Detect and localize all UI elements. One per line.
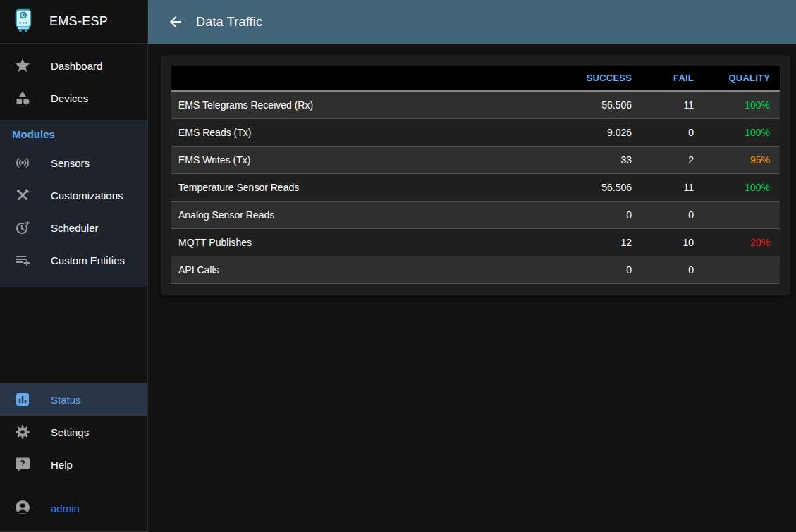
sidebar-modules-section: Modules Sensors — [0, 120, 147, 287]
data-traffic-panel: SUCCESS FAIL QUALITY EMS Telegrams Recei… — [161, 55, 790, 295]
app-bar: Data Traffic — [148, 0, 796, 44]
row-success-cell: 12 — [557, 228, 642, 256]
row-success-cell: 0 — [557, 256, 642, 283]
table-row: EMS Writes (Tx) 33 2 95% — [171, 146, 780, 173]
row-name-cell: EMS Writes (Tx) — [171, 146, 557, 173]
sidebar: EMS-ESP Dashboard De — [0, 0, 148, 532]
table-row: Analog Sensor Reads 0 0 — [171, 201, 780, 228]
table-row: EMS Reads (Tx) 9.026 0 100% — [171, 118, 780, 146]
row-fail-cell: 11 — [642, 173, 704, 201]
star-icon — [14, 57, 31, 74]
content-area: SUCCESS FAIL QUALITY EMS Telegrams Recei… — [148, 44, 796, 532]
sidebar-item-label: Scheduler — [51, 222, 99, 234]
category-icon — [14, 89, 31, 106]
row-quality-cell — [704, 256, 780, 283]
svg-text:?: ? — [20, 459, 25, 469]
sidebar-item-sensors[interactable]: Sensors — [0, 147, 147, 179]
app-window: EMS-ESP Dashboard De — [0, 0, 796, 532]
sidebar-item-status[interactable]: Status — [0, 383, 147, 416]
row-quality-cell — [704, 201, 780, 228]
row-success-cell: 33 — [557, 146, 642, 173]
sidebar-item-custom-entities[interactable]: Custom Entities — [0, 244, 147, 276]
row-fail-cell: 11 — [642, 91, 704, 118]
table-row: Temperature Sensor Reads 56.506 11 100% — [171, 173, 780, 201]
modules-subheader: Modules — [0, 120, 147, 147]
gear-icon — [14, 423, 31, 440]
row-quality-cell: 95% — [704, 146, 780, 173]
row-name-cell: MQTT Publishes — [171, 228, 557, 256]
row-name-cell: EMS Reads (Tx) — [171, 118, 557, 146]
row-name-cell: Analog Sensor Reads — [171, 201, 557, 228]
account-circle-icon — [14, 499, 31, 519]
back-button[interactable] — [163, 9, 188, 35]
sidebar-spacer — [0, 287, 147, 383]
column-header-fail: FAIL — [642, 66, 704, 91]
sidebar-item-label: Status — [51, 394, 81, 406]
arrow-back-icon — [167, 13, 184, 30]
column-header-quality: QUALITY — [704, 66, 780, 91]
column-header-success: SUCCESS — [557, 66, 642, 91]
row-success-cell: 56.506 — [557, 173, 642, 201]
row-success-cell: 9.026 — [557, 118, 642, 146]
sidebar-top-nav: Dashboard Devices — [0, 44, 147, 114]
app-logo-row: EMS-ESP — [0, 0, 147, 44]
sidebar-item-customizations[interactable]: Customizations — [0, 179, 147, 211]
app-title: EMS-ESP — [49, 14, 108, 29]
row-name-cell: EMS Telegrams Received (Rx) — [171, 91, 557, 118]
row-name-cell: API Calls — [171, 256, 557, 283]
sidebar-item-label: Dashboard — [51, 60, 102, 72]
row-quality-cell: 100% — [704, 118, 780, 146]
sensors-icon — [14, 154, 31, 171]
row-fail-cell: 10 — [642, 228, 704, 256]
tools-icon — [14, 187, 31, 204]
sidebar-item-scheduler[interactable]: Scheduler — [0, 211, 147, 244]
sidebar-item-label: Custom Entities — [51, 254, 125, 266]
playlist-add-icon — [14, 252, 31, 268]
row-quality-cell: 100% — [704, 91, 780, 118]
help-bubble-icon: ? — [14, 456, 31, 473]
table-header-row: SUCCESS FAIL QUALITY — [171, 66, 780, 91]
boiler-logo-icon — [11, 8, 36, 36]
sidebar-item-label: Help — [51, 459, 73, 471]
sidebar-item-label: Customizations — [51, 190, 123, 202]
row-fail-cell: 0 — [642, 256, 704, 283]
sidebar-item-label: Sensors — [51, 157, 90, 169]
data-traffic-table: SUCCESS FAIL QUALITY EMS Telegrams Recei… — [171, 66, 780, 284]
sidebar-item-label: Devices — [51, 92, 88, 104]
row-fail-cell: 0 — [642, 201, 704, 228]
main-area: Data Traffic SUCCESS FAIL QUALITY — [148, 0, 796, 532]
row-fail-cell: 0 — [642, 118, 704, 146]
sidebar-item-dashboard[interactable]: Dashboard — [0, 49, 147, 82]
sidebar-bottom-nav: Status Settings — [0, 383, 147, 481]
table-row: EMS Telegrams Received (Rx) 56.506 11 10… — [171, 91, 780, 118]
column-header-name — [171, 66, 557, 91]
sidebar-item-label: Settings — [51, 426, 89, 438]
table-row: API Calls 0 0 — [171, 256, 780, 283]
row-success-cell: 0 — [557, 201, 642, 228]
sidebar-item-devices[interactable]: Devices — [0, 82, 147, 114]
sidebar-item-help[interactable]: ? Help — [0, 448, 147, 481]
row-quality-cell: 100% — [704, 173, 780, 201]
clock-plus-icon — [14, 219, 31, 236]
row-name-cell: Temperature Sensor Reads — [171, 173, 557, 201]
user-name: admin — [51, 502, 80, 514]
sidebar-item-settings[interactable]: Settings — [0, 416, 147, 448]
sidebar-user-admin[interactable]: admin — [0, 485, 147, 532]
row-quality-cell: 20% — [704, 228, 780, 256]
row-success-cell: 56.506 — [557, 91, 642, 118]
bar-chart-icon — [14, 391, 31, 408]
table-row: MQTT Publishes 12 10 20% — [171, 228, 780, 256]
page-title: Data Traffic — [196, 15, 262, 30]
row-fail-cell: 2 — [642, 146, 704, 173]
